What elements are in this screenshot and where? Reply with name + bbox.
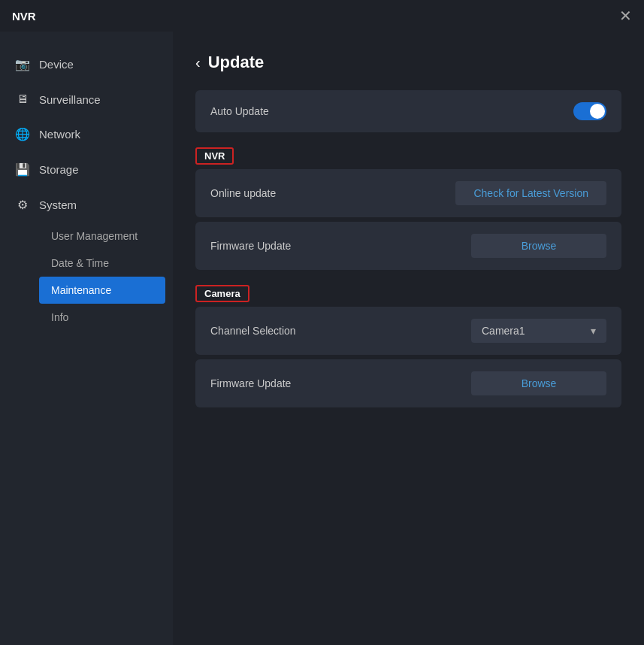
page-title: Update [208, 53, 265, 72]
network-icon: 🌐 [15, 127, 30, 141]
channel-select-dropdown[interactable]: Camera1 ▾ [471, 319, 606, 343]
chevron-down-icon: ▾ [591, 325, 596, 337]
sidebar-submenu: User Management Date & Time Maintenance … [0, 223, 173, 331]
titlebar: NVR ✕ [0, 0, 644, 32]
camera-firmware-card: Firmware Update Browse [195, 359, 621, 407]
sidebar-item-maintenance[interactable]: Maintenance [39, 277, 165, 304]
sidebar-item-label: Device [39, 58, 74, 71]
nvr-firmware-label: Firmware Update [210, 240, 291, 252]
sidebar-item-network[interactable]: 🌐 Network [0, 117, 173, 152]
sidebar-item-user-management[interactable]: User Management [39, 223, 173, 250]
sidebar: 📷 Device 🖥 Surveillance 🌐 Network 💾 Stor… [0, 32, 173, 645]
sidebar-item-label: Surveillance [39, 93, 101, 106]
channel-selection-card: Channel Selection Camera1 ▾ [195, 307, 621, 355]
sidebar-item-surveillance[interactable]: 🖥 Surveillance [0, 82, 173, 117]
camera-firmware-label: Firmware Update [210, 377, 291, 389]
sidebar-item-label: System [39, 198, 77, 211]
nvr-firmware-card: Firmware Update Browse [195, 222, 621, 270]
nvr-section-badge: NVR [195, 137, 621, 169]
check-latest-version-button[interactable]: Check for Latest Version [455, 181, 606, 205]
camera-browse-button[interactable]: Browse [471, 371, 606, 395]
nvr-browse-button[interactable]: Browse [471, 234, 606, 258]
auto-update-card: Auto Update [195, 90, 621, 132]
main-layout: 📷 Device 🖥 Surveillance 🌐 Network 💾 Stor… [0, 32, 644, 645]
content-area: ‹ Update Auto Update NVR Online update C… [173, 32, 644, 645]
device-icon: 📷 [15, 57, 30, 71]
channel-select-value: Camera1 [482, 325, 525, 337]
nvr-online-update-label: Online update [210, 187, 276, 199]
sidebar-item-label: Storage [39, 163, 79, 176]
sidebar-item-system[interactable]: ⚙ System [0, 187, 173, 223]
storage-icon: 💾 [15, 162, 30, 177]
auto-update-toggle[interactable] [573, 102, 606, 120]
sidebar-item-date-time[interactable]: Date & Time [39, 250, 173, 277]
system-icon: ⚙ [15, 198, 30, 212]
camera-section-badge: Camera [195, 274, 621, 307]
sidebar-item-label: Network [39, 128, 80, 141]
sidebar-item-storage[interactable]: 💾 Storage [0, 152, 173, 187]
auto-update-label: Auto Update [210, 105, 269, 117]
app-title: NVR [12, 10, 36, 23]
sidebar-item-info[interactable]: Info [39, 304, 173, 331]
nvr-online-update-card: Online update Check for Latest Version [195, 169, 621, 217]
back-button[interactable]: ‹ [195, 54, 201, 71]
page-header: ‹ Update [195, 53, 621, 72]
close-button[interactable]: ✕ [619, 8, 632, 23]
surveillance-icon: 🖥 [15, 92, 30, 106]
sidebar-item-device[interactable]: 📷 Device [0, 47, 173, 82]
channel-selection-label: Channel Selection [210, 325, 296, 337]
